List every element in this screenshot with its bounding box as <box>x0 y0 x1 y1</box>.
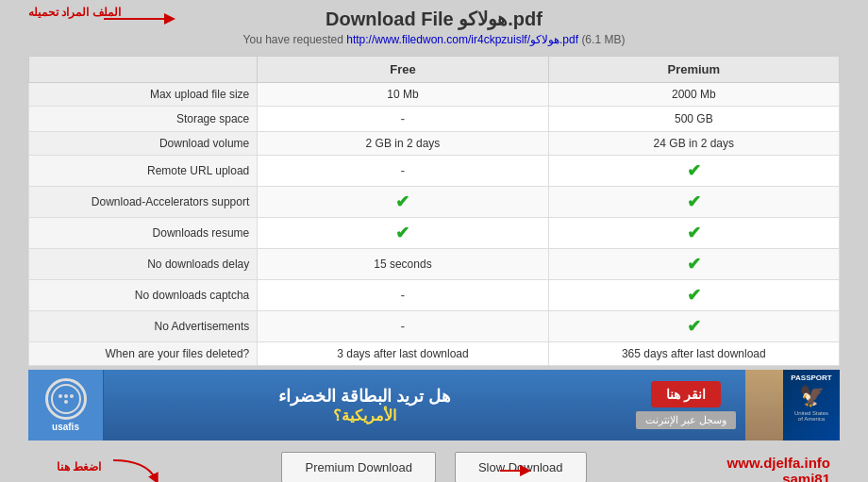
page-wrapper: الملف المراد تحميله Download File هولاكو… <box>0 0 868 482</box>
feature-cell: Download volume <box>29 132 258 156</box>
feature-cell: Max upload file size <box>29 83 258 107</box>
table-row: Download volume2 GB in 2 days24 GB in 2 … <box>29 132 840 156</box>
logo-inner-circle <box>51 384 81 414</box>
checkmark-icon: ✔ <box>687 224 701 242</box>
premium-cell: 24 GB in 2 days <box>548 132 839 156</box>
dash-icon: - <box>401 288 406 303</box>
table-row: Downloads resume✔✔ <box>29 218 840 249</box>
watermark-line1: www.djelfa.info <box>727 455 830 471</box>
free-cell: 2 GB in 2 days <box>258 132 548 156</box>
watermark-line2: sami81 <box>727 471 830 482</box>
table-body: Max upload file size10 Mb2000 MbStorage … <box>29 83 840 366</box>
dot <box>58 394 62 398</box>
premium-cell: ✔ <box>548 187 839 218</box>
premium-cell: 365 days after last download <box>548 342 839 366</box>
passport-image: PASSPORT 🦅 United Statesof America <box>783 370 840 440</box>
file-url-link[interactable]: http://www.filedwon.com/ir4ckpzuislf/هول… <box>346 33 578 46</box>
premium-cell: ✔ <box>548 280 839 311</box>
file-request-text: You have requested http://www.filedwon.c… <box>9 33 859 46</box>
table-row: Storage space-500 GB <box>29 107 840 132</box>
premium-cell: 2000 Mb <box>548 83 839 107</box>
woman-figure <box>745 370 788 440</box>
col-header-free: Free <box>258 57 548 83</box>
checkmark-icon: ✔ <box>395 192 409 211</box>
ad-logo-text: usafis <box>52 422 79 432</box>
feature-cell: Storage space <box>29 107 258 132</box>
arrow-label: الملف المراد تحميله <box>28 6 121 19</box>
premium-download-button[interactable]: Premium Download <box>281 452 435 482</box>
free-cell: ✔ <box>258 187 548 218</box>
table-row: No Advertisements-✔ <box>29 311 840 342</box>
checkmark-icon: ✔ <box>687 286 701 305</box>
header-section: الملف المراد تحميله Download File هولاكو… <box>0 0 868 50</box>
free-cell: - <box>258 311 548 342</box>
premium-cell: ✔ <box>548 249 839 280</box>
ad-arabic-main: هل تريد البطاقة الخضراء <box>278 386 451 407</box>
passport-eagle: 🦅 <box>799 384 825 408</box>
table-row: No downloads captcha-✔ <box>29 280 840 311</box>
ad-button-section: انقر هنا وسجل عبر الإنترنت <box>626 381 745 429</box>
dot <box>64 400 68 404</box>
col-header-feature <box>29 57 258 83</box>
dot <box>64 394 68 398</box>
table-row: Remote URL upload-✔ <box>29 156 840 187</box>
dash-icon: - <box>401 163 406 178</box>
free-cell: - <box>258 280 548 311</box>
free-cell: ✔ <box>258 218 548 249</box>
free-cell: 3 days after last download <box>258 342 548 366</box>
table-row: Download-Accelerators support✔✔ <box>29 187 840 218</box>
header-arrow-svg <box>104 9 179 28</box>
dot <box>70 394 74 398</box>
table-row: No downloads delay15 seconds✔ <box>29 249 840 280</box>
checkmark-icon: ✔ <box>395 224 409 242</box>
ad-arabic-sub: الأمريكية؟ <box>333 407 396 424</box>
feature-cell: Downloads resume <box>29 218 258 249</box>
ad-main-text-section: هل تريد البطاقة الخضراء الأمريكية؟ <box>104 386 626 424</box>
checkmark-icon: ✔ <box>687 161 701 180</box>
ad-register-text: وسجل عبر الإنترنت <box>636 411 736 429</box>
dash-icon: - <box>401 111 406 126</box>
ad-click-button[interactable]: انقر هنا <box>651 381 721 407</box>
press-here-text: اضغط هنا <box>57 460 101 474</box>
free-cell: 10 Mb <box>258 83 548 107</box>
feature-cell: When are your files deleted? <box>29 342 258 366</box>
checkmark-icon: ✔ <box>687 192 701 211</box>
feature-cell: No downloads delay <box>29 249 258 280</box>
ad-image-section: PASSPORT 🦅 United Statesof America <box>745 370 840 440</box>
press-arrow-svg <box>108 456 165 483</box>
feature-cell: Remote URL upload <box>29 156 258 187</box>
table-row: When are your files deleted?3 days after… <box>29 342 840 366</box>
col-header-premium: Premium <box>548 57 839 83</box>
passport-label: PASSPORT <box>791 374 831 382</box>
passport-country: United Statesof America <box>794 410 828 422</box>
dash-icon: - <box>401 319 406 334</box>
feature-cell: No downloads captcha <box>29 280 258 311</box>
file-size: (6.1 MB) <box>581 33 625 46</box>
checkmark-icon: ✔ <box>687 255 701 274</box>
slow-arrow-svg <box>495 461 533 480</box>
download-section: اضغط هنا Premium Download Slow Download <box>28 444 840 482</box>
press-here-label: اضغط هنا <box>57 460 101 474</box>
premium-cell: ✔ <box>548 218 839 249</box>
free-cell: 15 seconds <box>258 249 548 280</box>
ad-logo: usafis <box>28 370 104 440</box>
table-row: Max upload file size10 Mb2000 Mb <box>29 83 840 107</box>
free-cell: - <box>258 107 548 132</box>
logo-circle <box>45 378 87 420</box>
premium-cell: ✔ <box>548 156 839 187</box>
checkmark-icon: ✔ <box>687 317 701 336</box>
watermark: www.djelfa.info sami81 <box>727 455 830 482</box>
comparison-table: Free Premium Max upload file size10 Mb20… <box>28 56 840 366</box>
feature-cell: Download-Accelerators support <box>29 187 258 218</box>
feature-cell: No Advertisements <box>29 311 258 342</box>
premium-cell: 500 GB <box>548 107 839 132</box>
logo-dots <box>58 394 75 404</box>
ad-banner: usafis هل تريد البطاقة الخضراء الأمريكية… <box>28 370 840 440</box>
premium-cell: ✔ <box>548 311 839 342</box>
free-cell: - <box>258 156 548 187</box>
